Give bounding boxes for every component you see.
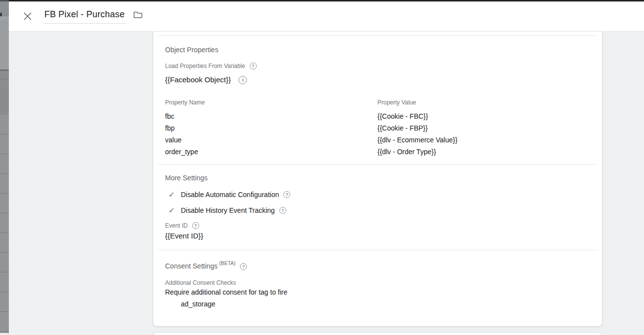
event-id-label: Event ID <box>165 222 188 229</box>
column-header-property-value: Property Value <box>377 99 590 106</box>
tag-name: FB Pixel - Purchase <box>43 9 126 24</box>
table-row: value {{dlv - Ecommerce Value}} <box>165 134 590 146</box>
table-row: fbc {{Cookie - FBC}} <box>165 110 590 122</box>
event-id-value-row: {{Event ID}} <box>165 232 590 240</box>
table-row: order_type {{dlv - Order Type}} <box>165 146 590 158</box>
close-button[interactable] <box>22 10 34 22</box>
help-icon[interactable]: ? <box>250 63 257 69</box>
property-name: order_type <box>165 148 377 156</box>
table-row: fbp {{Cookie - FBP}} <box>165 122 590 134</box>
section-object-properties: Object Properties Load Properties From V… <box>153 36 602 164</box>
section-title: Consent Settings <box>165 263 218 270</box>
checkmark-icon: ✓ <box>169 191 176 199</box>
property-name: fbc <box>165 112 377 120</box>
background-page-sliver <box>0 0 9 335</box>
background-segment <box>0 1 9 16</box>
property-table: Property Name Property Value fbc {{Cooki… <box>165 99 590 158</box>
background-segment <box>0 79 9 115</box>
property-table-body: fbc {{Cookie - FBC}} fbp {{Cookie - FBP}… <box>165 110 590 158</box>
additional-consent-checks-label: Additional Consent Checks <box>165 279 590 286</box>
help-icon[interactable]: ? <box>240 263 247 270</box>
consent-title-row: Consent Settings (BETA) ? <box>165 263 590 270</box>
require-consent-text: Require additional consent for tag to fi… <box>165 289 590 296</box>
beta-badge: (BETA) <box>219 261 236 266</box>
help-icon[interactable]: ? <box>192 222 199 229</box>
background-segment <box>0 21 9 71</box>
checkmark-icon: ✓ <box>169 206 176 214</box>
property-name: fbp <box>165 124 377 132</box>
section-more-settings: More Settings ✓ Disable Automatic Config… <box>153 165 602 250</box>
property-value: {{Cookie - FBP}} <box>377 124 590 132</box>
section-title: Object Properties <box>165 46 590 54</box>
load-properties-row: Load Properties From Variable ? <box>165 63 590 69</box>
tag-editor-content: Object Properties Load Properties From V… <box>9 32 644 335</box>
load-properties-label: Load Properties From Variable <box>165 63 245 69</box>
event-id-label-row: Event ID ? <box>165 222 590 229</box>
move-to-folder-button[interactable] <box>132 8 144 21</box>
close-icon <box>23 12 32 21</box>
checkbox-label: Disable History Event Tracking <box>181 206 275 214</box>
variable-value-row: {{Facebook Object}} i <box>165 75 590 84</box>
event-id-value: {{Event ID}} <box>165 232 203 240</box>
checkbox-row-disable-history-event-tracking[interactable]: ✓ Disable History Event Tracking ? <box>165 206 590 214</box>
tag-editor-header: FB Pixel - Purchase <box>9 1 644 32</box>
background-row-list <box>0 115 9 333</box>
consent-type-item: ad_storage <box>165 301 590 308</box>
checkbox-row-disable-automatic-configuration[interactable]: ✓ Disable Automatic Configuration ? <box>165 191 590 199</box>
background-segment <box>0 16 9 21</box>
variable-value: {{Facebook Object}} <box>165 75 231 84</box>
tag-configuration-card[interactable]: Object Properties Load Properties From V… <box>153 32 603 327</box>
property-name: value <box>165 136 377 144</box>
tag-editor-overlay: FB Pixel - Purchase Object Properties Lo… <box>9 0 644 335</box>
property-value: {{dlv - Order Type}} <box>377 148 590 156</box>
property-value: {{Cookie - FBC}} <box>377 112 590 120</box>
tag-name-field[interactable]: FB Pixel - Purchase <box>43 9 126 24</box>
property-value: {{dlv - Ecommerce Value}} <box>377 136 590 144</box>
info-icon[interactable]: i <box>238 76 247 84</box>
section-consent-settings: Consent Settings (BETA) ? Additional Con… <box>153 250 602 308</box>
section-title: More Settings <box>165 174 590 182</box>
property-table-header: Property Name Property Value <box>165 99 590 106</box>
background-segment <box>0 71 9 79</box>
help-icon[interactable]: ? <box>283 191 290 198</box>
help-icon[interactable]: ? <box>279 207 286 214</box>
checkbox-label: Disable Automatic Configuration <box>181 191 279 199</box>
column-header-property-name: Property Name <box>165 99 377 106</box>
next-section-card[interactable] <box>153 332 603 335</box>
folder-icon <box>133 10 143 20</box>
